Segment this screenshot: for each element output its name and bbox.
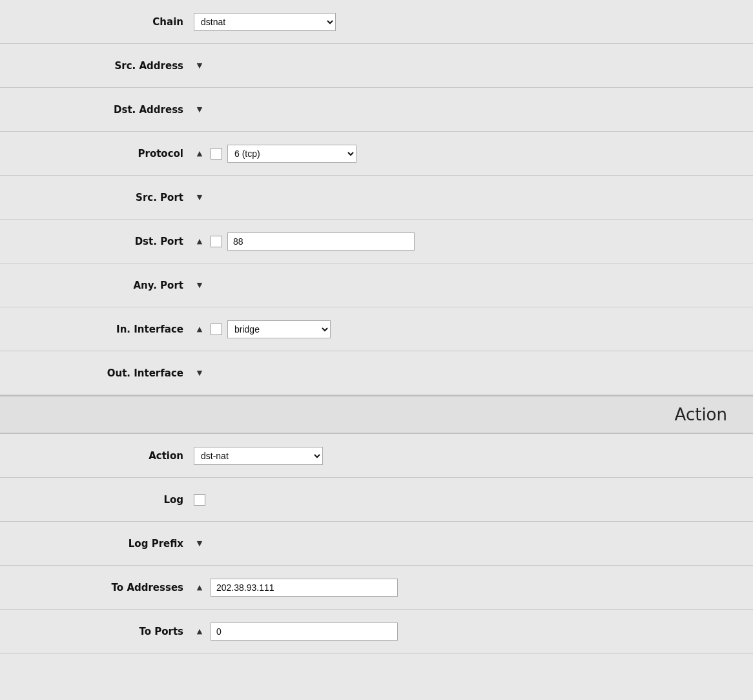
dst-address-label: Dst. Address [0, 104, 194, 116]
log-label: Log [0, 494, 194, 506]
src-address-controls [194, 61, 753, 70]
in-interface-row: In. Interface bridge ether1 ether2 wlan1 [0, 307, 753, 351]
dst-address-row: Dst. Address [0, 88, 753, 132]
to-addresses-row: To Addresses [0, 566, 753, 610]
action-section-title: Action [675, 405, 727, 424]
protocol-arrow[interactable] [194, 149, 205, 158]
chain-controls: dstnat srcnat forward [194, 13, 753, 31]
dst-port-arrow[interactable] [194, 237, 205, 245]
src-port-row: Src. Port [0, 176, 753, 220]
log-prefix-row: Log Prefix [0, 522, 753, 566]
action-select[interactable]: dst-nat src-nat masquerade redirect acce… [194, 447, 323, 465]
in-interface-label: In. Interface [0, 324, 194, 335]
to-addresses-controls [194, 579, 753, 597]
protocol-label: Protocol [0, 148, 194, 160]
to-ports-arrow[interactable] [194, 627, 205, 635]
form-container: Chain dstnat srcnat forward Src. Address… [0, 0, 753, 654]
out-interface-arrow[interactable] [194, 369, 205, 377]
to-ports-input[interactable] [211, 623, 398, 641]
protocol-select[interactable]: 6 (tcp) 17 (udp) 1 (icmp) [227, 145, 356, 163]
src-address-label: Src. Address [0, 60, 194, 72]
to-addresses-arrow[interactable] [194, 583, 205, 592]
dst-port-input[interactable] [227, 232, 415, 251]
log-prefix-arrow[interactable] [194, 539, 205, 548]
to-addresses-input[interactable] [211, 579, 398, 597]
any-port-controls [194, 281, 753, 289]
src-port-controls [194, 193, 753, 201]
to-ports-row: To Ports [0, 610, 753, 654]
log-checkbox[interactable] [194, 494, 205, 506]
protocol-row: Protocol 6 (tcp) 17 (udp) 1 (icmp) [0, 132, 753, 176]
to-addresses-label: To Addresses [0, 582, 194, 593]
chain-label: Chain [0, 16, 194, 28]
src-port-arrow[interactable] [194, 193, 205, 201]
in-interface-arrow[interactable] [194, 325, 205, 333]
out-interface-controls [194, 369, 753, 377]
action-label: Action [0, 450, 194, 462]
log-prefix-label: Log Prefix [0, 538, 194, 550]
dst-address-arrow[interactable] [194, 105, 205, 114]
out-interface-label: Out. Interface [0, 367, 194, 379]
log-row: Log [0, 478, 753, 522]
dst-port-checkbox[interactable] [211, 236, 222, 247]
protocol-checkbox[interactable] [211, 148, 222, 160]
src-address-arrow[interactable] [194, 61, 205, 70]
chain-row: Chain dstnat srcnat forward [0, 0, 753, 44]
src-address-row: Src. Address [0, 44, 753, 88]
dst-address-controls [194, 105, 753, 114]
action-section-header: Action [0, 395, 753, 434]
chain-select[interactable]: dstnat srcnat forward [194, 13, 336, 31]
out-interface-row: Out. Interface [0, 351, 753, 395]
dst-port-controls [194, 232, 753, 251]
log-controls [194, 494, 753, 506]
action-controls: dst-nat src-nat masquerade redirect acce… [194, 447, 753, 465]
protocol-controls: 6 (tcp) 17 (udp) 1 (icmp) [194, 145, 753, 163]
in-interface-controls: bridge ether1 ether2 wlan1 [194, 320, 753, 338]
to-ports-controls [194, 623, 753, 641]
dst-port-label: Dst. Port [0, 236, 194, 247]
any-port-row: Any. Port [0, 263, 753, 307]
any-port-arrow[interactable] [194, 281, 205, 289]
in-interface-checkbox[interactable] [211, 324, 222, 335]
src-port-label: Src. Port [0, 192, 194, 203]
in-interface-select[interactable]: bridge ether1 ether2 wlan1 [227, 320, 331, 338]
any-port-label: Any. Port [0, 280, 194, 291]
action-row: Action dst-nat src-nat masquerade redire… [0, 434, 753, 478]
dst-port-row: Dst. Port [0, 220, 753, 263]
to-ports-label: To Ports [0, 626, 194, 637]
log-prefix-controls [194, 539, 753, 548]
